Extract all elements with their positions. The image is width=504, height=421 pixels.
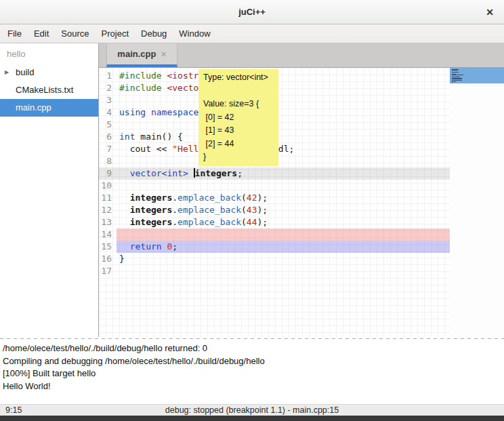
minimap-line (452, 70, 458, 71)
window-bottom-edge (0, 416, 504, 421)
tooltip-line: } (203, 151, 274, 164)
file-tree-sidebar: hello ▶buildCMakeLists.txtmain.cpp (0, 43, 99, 337)
terminal-line: [100%] Built target hello (3, 367, 501, 380)
menu-item-window[interactable]: Window (173, 26, 216, 41)
terminal-output[interactable]: /home/olece/test/hello/./build/debug/hel… (0, 340, 504, 404)
editor-column: main.cpp × 1#include <iostream>2#include… (99, 43, 504, 337)
minimap-line (452, 80, 462, 81)
project-name: hello (0, 46, 98, 64)
code-text: using namespace std; (117, 106, 450, 119)
code-line-14[interactable]: 14 (99, 228, 450, 241)
code-text: vector<int> integers; (117, 167, 450, 180)
tree-item-main-cpp[interactable]: main.cpp (0, 99, 98, 117)
code-text: integers.emplace_back(44); (117, 216, 450, 228)
line-number[interactable]: 7 (99, 143, 117, 155)
tooltip-line: Value: size=3 { (203, 98, 274, 111)
tooltip-line: [0] = 42 (203, 111, 274, 125)
tab-close-icon[interactable]: × (161, 49, 166, 59)
line-number[interactable]: 15 (99, 241, 117, 253)
code-text (117, 180, 450, 192)
close-button[interactable]: ✕ (482, 5, 497, 20)
terminal-line: /home/olece/test/hello/./build/debug/hel… (3, 342, 501, 355)
line-number[interactable]: 5 (99, 119, 117, 131)
tab-bar: main.cpp × (99, 43, 504, 68)
terminal-line: Hello World! (3, 380, 501, 393)
code-text: #include <vector> (117, 82, 450, 94)
line-number[interactable]: 2 (99, 82, 117, 94)
code-line-16[interactable]: 16} (99, 253, 450, 265)
line-number[interactable]: 11 (99, 192, 117, 204)
main-area: hello ▶buildCMakeLists.txtmain.cpp main.… (0, 43, 504, 337)
minimap-line (452, 81, 456, 82)
window-titlebar: juCi++ ✕ (0, 0, 504, 24)
code-text: int main() { (117, 131, 450, 143)
close-icon: ✕ (486, 7, 494, 18)
tooltip-line: [2] = 44 (203, 138, 274, 151)
file-tree: ▶buildCMakeLists.txtmain.cpp (0, 64, 98, 117)
tree-item-label: build (16, 67, 34, 77)
code-text: integers.emplace_back(43); (117, 204, 450, 216)
code-text: cout << "Hello World!" << endl; (117, 143, 450, 155)
statusbar: 9:15 debug: stopped (breakpoint 1.1) - m… (0, 404, 504, 416)
line-number[interactable]: 6 (99, 131, 117, 143)
line-number[interactable]: 13 (99, 216, 117, 228)
menubar: FileEditSourceProjectDebugWindow (0, 24, 504, 43)
editor-wrap: 1#include <iostream>2#include <vector>34… (99, 68, 504, 337)
minimap-lines (452, 69, 463, 84)
line-number[interactable]: 4 (99, 106, 117, 119)
tab-main-cpp[interactable]: main.cpp × (106, 43, 177, 67)
code-text (117, 155, 450, 167)
statusbar-debug-status: debug: stopped (breakpoint 1.1) - main.c… (0, 405, 504, 415)
code-line-17[interactable]: 17 (99, 265, 450, 277)
code-text (117, 228, 450, 241)
minimap-line (452, 83, 453, 83)
minimap-line (452, 75, 463, 75)
line-number[interactable]: 10 (99, 180, 117, 192)
menu-item-source[interactable]: Source (55, 26, 95, 41)
code-text (117, 265, 450, 277)
code-text: return 0; (117, 241, 450, 253)
code-line-9[interactable]: 9 vector<int> integers; (99, 167, 450, 180)
code-line-11[interactable]: 11 integers.emplace_back(42); (99, 192, 450, 204)
minimap[interactable] (450, 68, 504, 337)
tab-label: main.cpp (117, 49, 156, 59)
terminal-line: Compiling and debugging /home/olece/test… (3, 355, 501, 368)
minimap-line (452, 77, 460, 77)
code-line-10[interactable]: 10 (99, 180, 450, 192)
code-text: #include <iostream> (117, 70, 450, 82)
tree-item-build[interactable]: ▶build (0, 64, 98, 81)
code-text: integers.emplace_back(42); (117, 192, 450, 204)
code-text (117, 119, 450, 131)
window-title: juCi++ (238, 7, 266, 17)
code-text: } (117, 253, 450, 265)
code-text (117, 94, 450, 106)
code-line-12[interactable]: 12 integers.emplace_back(43); (99, 204, 450, 216)
line-number[interactable]: 16 (99, 253, 117, 265)
line-number[interactable]: 17 (99, 265, 117, 277)
tree-item-cmakelists-txt[interactable]: CMakeLists.txt (0, 81, 98, 99)
debug-value-tooltip: Type: vector<int> Value: size=3 { [0] = … (198, 69, 278, 166)
tooltip-line (203, 85, 274, 98)
tooltip-line: Type: vector<int> (203, 71, 274, 85)
line-number[interactable]: 8 (99, 155, 117, 167)
line-number[interactable]: 14 (99, 228, 117, 241)
tooltip-line: [1] = 43 (203, 124, 274, 138)
line-number[interactable]: 12 (99, 204, 117, 216)
menu-item-project[interactable]: Project (96, 26, 135, 41)
code-line-13[interactable]: 13 integers.emplace_back(44); (99, 216, 450, 228)
tree-item-label: CMakeLists.txt (16, 85, 73, 95)
code-line-15[interactable]: 15 return 0; (99, 241, 450, 253)
app-window: juCi++ ✕ FileEditSourceProjectDebugWindo… (0, 0, 504, 421)
menu-item-file[interactable]: File (1, 26, 28, 41)
line-number[interactable]: 1 (99, 70, 117, 82)
menu-item-debug[interactable]: Debug (135, 26, 173, 41)
line-number[interactable]: 3 (99, 94, 117, 106)
minimap-line (452, 72, 459, 73)
expander-icon[interactable]: ▶ (5, 64, 9, 81)
tree-item-label: main.cpp (16, 102, 51, 113)
menu-item-edit[interactable]: Edit (28, 26, 55, 41)
line-number[interactable]: 9 (99, 167, 117, 180)
